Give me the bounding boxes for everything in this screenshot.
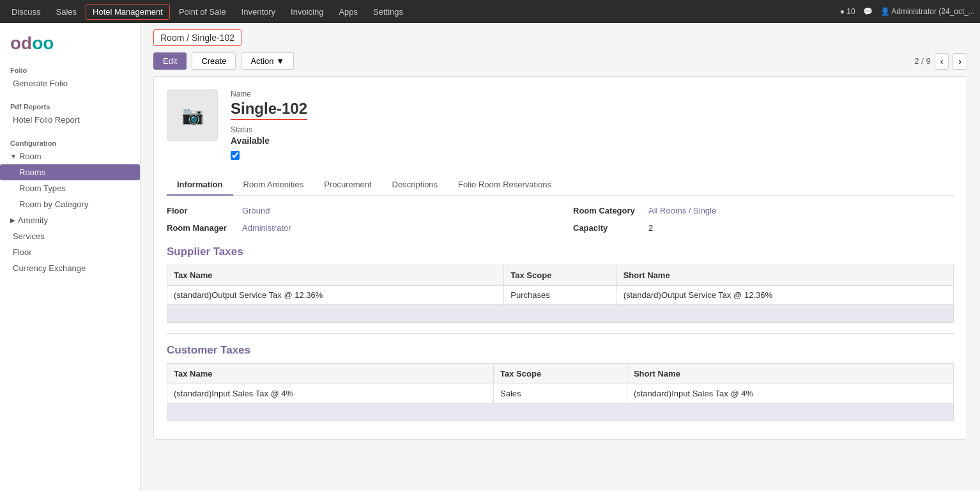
tab-descriptions[interactable]: Descriptions [382, 175, 448, 196]
fields-grid: Floor Ground Room Category All Rooms / S… [167, 206, 954, 233]
tab-information[interactable]: Information [167, 175, 233, 196]
notification-icon[interactable]: ● 10 [840, 7, 855, 16]
top-nav-right: ● 10 💬 👤 Administrator (24_oct_... [840, 7, 975, 16]
customer-taxes-table: Tax Name Tax Scope Short Name (standard)… [167, 363, 954, 421]
sidebar-section-pdf-header: Pdf Reports [0, 99, 140, 112]
nav-item-hotel-management[interactable]: Hotel Management [86, 4, 170, 20]
supplier-row1-short-name: (standard)Output Service Tax @ 12.36% [616, 286, 953, 305]
supplier-table-footer-row [167, 305, 954, 323]
table-row[interactable]: (standard)Input Sales Tax @ 4% Sales (st… [167, 384, 954, 403]
room-category-field: Room Category All Rooms / Single [573, 206, 954, 215]
customer-row1-tax-scope: Sales [494, 384, 627, 403]
supplier-row1-tax-name: (standard)Output Service Tax @ 12.36% [167, 286, 504, 305]
supplier-taxes-table: Tax Name Tax Scope Short Name (standard)… [167, 265, 954, 323]
supplier-col-tax-scope: Tax Scope [504, 265, 616, 286]
sidebar-section-configuration: Configuration ▼ Room Rooms Room Types Ro… [0, 132, 140, 280]
nav-item-inventory[interactable]: Inventory [235, 4, 282, 19]
customer-col-tax-name: Tax Name [167, 364, 494, 384]
nav-item-apps[interactable]: Apps [332, 4, 364, 19]
sidebar-item-hotel-folio-report[interactable]: Hotel Folio Report [0, 112, 140, 128]
room-category-label: Room Category [573, 206, 643, 215]
edit-button[interactable]: Edit [153, 52, 187, 70]
create-button[interactable]: Create [192, 52, 236, 70]
sidebar-item-currency-exchange[interactable]: Currency Exchange [0, 260, 140, 276]
tab-bar: Information Room Amenities Procurement D… [167, 175, 954, 196]
sidebar-category-room[interactable]: ▼ Room [0, 148, 140, 164]
checkbox-row [231, 151, 954, 162]
room-checkbox[interactable] [231, 151, 240, 160]
customer-taxes-title: Customer Taxes [167, 344, 954, 357]
photo-placeholder[interactable]: 📷 [167, 90, 218, 141]
capacity-field: Capacity 2 [573, 223, 954, 233]
table-row[interactable]: (standard)Output Service Tax @ 12.36% Pu… [167, 286, 954, 305]
floor-value[interactable]: Ground [242, 206, 270, 215]
sidebar-section-config-header: Configuration [0, 136, 140, 148]
nav-item-discuss[interactable]: Discuss [5, 4, 47, 19]
record-info: Name Single-102 Status Available [231, 90, 954, 162]
name-label: Name [231, 90, 954, 98]
customer-col-short-name: Short Name [627, 364, 953, 384]
supplier-taxes-title: Supplier Taxes [167, 246, 954, 258]
sidebar-section-folio-header: Folio [0, 63, 140, 75]
sidebar: odoo Folio Generate Folio Pdf Reports Ho… [0, 23, 141, 491]
customer-row1-short-name: (standard)Input Sales Tax @ 4% [627, 384, 953, 403]
next-button[interactable]: › [953, 53, 967, 70]
breadcrumb-separator: / [187, 33, 192, 43]
nav-position: 2 / 9 [914, 56, 930, 66]
action-button[interactable]: Action ▼ [241, 52, 294, 70]
customer-table-footer-row [167, 403, 954, 421]
supplier-col-tax-name: Tax Name [167, 265, 504, 286]
room-manager-value[interactable]: Administrator [242, 223, 291, 233]
breadcrumb-current: Single-102 [192, 33, 234, 43]
nav-item-sales[interactable]: Sales [50, 4, 84, 19]
sidebar-item-rooms[interactable]: Rooms [0, 164, 140, 180]
sidebar-item-room-by-category[interactable]: Room by Category [0, 196, 140, 212]
floor-field: Floor Ground [167, 206, 547, 215]
capacity-label: Capacity [573, 223, 643, 233]
room-manager-label: Room Manager [167, 223, 237, 233]
odoo-logo-text: odoo [10, 33, 54, 54]
nav-item-pos[interactable]: Point of Sale [172, 4, 233, 19]
nav-item-settings[interactable]: Settings [367, 4, 410, 19]
customer-col-tax-scope: Tax Scope [494, 364, 627, 384]
status-label: Status [231, 125, 954, 134]
tab-folio-room-reservations[interactable]: Folio Room Reservations [448, 175, 562, 196]
toolbar: Edit Create Action ▼ 2 / 9 ‹ › [141, 50, 980, 76]
sidebar-section-pdf-reports: Pdf Reports Hotel Folio Report [0, 95, 140, 132]
capacity-value: 2 [648, 223, 653, 233]
supplier-row1-tax-scope: Purchases [504, 286, 616, 305]
form-card: 📷 Name Single-102 Status Available Infor… [153, 76, 967, 440]
sidebar-section-folio: Folio Generate Folio [0, 59, 140, 95]
sidebar-category-amenity[interactable]: ▶ Amenity [0, 212, 140, 228]
toolbar-right: 2 / 9 ‹ › [914, 53, 967, 70]
triangle-right-icon: ▶ [10, 217, 15, 224]
status-value: Available [231, 136, 954, 146]
record-name-value: Single-102 [231, 100, 307, 120]
tab-procurement[interactable]: Procurement [314, 175, 381, 196]
tab-room-amenities[interactable]: Room Amenities [233, 175, 314, 196]
room-manager-field: Room Manager Administrator [167, 223, 547, 233]
sidebar-item-generate-folio[interactable]: Generate Folio [0, 75, 140, 91]
customer-row1-tax-name: (standard)Input Sales Tax @ 4% [167, 384, 494, 403]
triangle-icon: ▼ [10, 153, 17, 160]
supplier-col-short-name: Short Name [616, 265, 953, 286]
camera-icon: 📷 [181, 105, 204, 126]
logo: odoo [0, 23, 140, 59]
breadcrumb-box: Room / Single-102 [153, 29, 241, 46]
nav-item-invoicing[interactable]: Invoicing [284, 4, 330, 19]
main-content: Room / Single-102 Edit Create Action ▼ 2… [141, 23, 980, 491]
top-navigation: Discuss Sales Hotel Management Point of … [0, 0, 980, 23]
divider [167, 333, 954, 334]
breadcrumb-parent[interactable]: Room [160, 33, 184, 43]
record-header: 📷 Name Single-102 Status Available [167, 90, 954, 162]
sidebar-item-services[interactable]: Services [0, 228, 140, 244]
room-category-value[interactable]: All Rooms / Single [648, 206, 716, 215]
breadcrumb: Room / Single-102 [141, 23, 980, 50]
floor-label: Floor [167, 206, 237, 215]
messages-icon[interactable]: 💬 [863, 7, 873, 16]
sidebar-item-room-types[interactable]: Room Types [0, 180, 140, 196]
prev-button[interactable]: ‹ [935, 53, 949, 70]
sidebar-item-floor[interactable]: Floor [0, 244, 140, 260]
user-menu[interactable]: 👤 Administrator (24_oct_... [880, 7, 975, 16]
